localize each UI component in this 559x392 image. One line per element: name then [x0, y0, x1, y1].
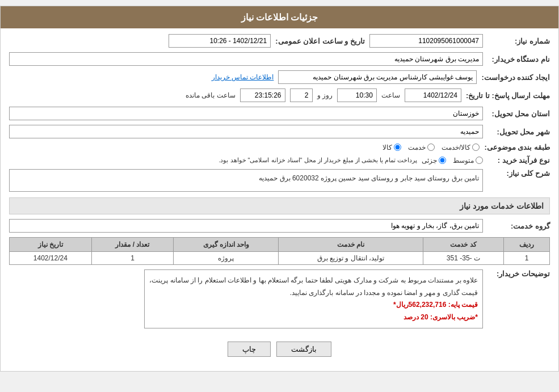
- category-radio-group: کالا/خدمت خدمت کالا: [383, 144, 480, 151]
- process-radio-jozii: جزئی: [422, 157, 446, 165]
- content-area: شماره نیاز: تاریخ و ساعت اعلان عمومی: نا…: [1, 28, 558, 371]
- col-header-code: کد خدمت: [423, 238, 504, 252]
- row-province: استان محل تحویل:: [9, 107, 550, 120]
- process-note: پرداخت تمام یا بخشی از مبلغ خریدار از مح…: [218, 157, 417, 164]
- need-number-input[interactable]: [369, 34, 483, 48]
- table-cell-name: تولید، انتقال و توزیع برق: [279, 252, 423, 265]
- description-box: تامین برق روستای سید جابر و روستای سید ح…: [9, 169, 483, 192]
- notes-box: علاوه بر مستندات مربوط به شرکت و مدارک ه…: [144, 269, 483, 328]
- service-table: ردیف کد خدمت نام خدمت واحد اندازه گیری ت…: [9, 237, 550, 265]
- notes-line4: *ضریب بالاسری: 20 درصد: [149, 311, 478, 324]
- buyer-notes-label: توضیحات خریدار:: [487, 269, 550, 278]
- col-header-name: نام خدمت: [279, 238, 423, 252]
- radio-jozii[interactable]: [439, 157, 446, 164]
- table-row: 1ت -35- 351تولید، انتقال و توزیع برقپروژ…: [10, 252, 550, 265]
- col-header-unit: واحد اندازه گیری: [174, 238, 279, 252]
- process-label: نوع فرآیند خرید :: [487, 156, 550, 165]
- table-cell-row: 1: [504, 252, 550, 265]
- notes-line1: علاوه بر مستندات مربوط به شرکت و مدارک ه…: [149, 275, 478, 287]
- deadline-day-input[interactable]: [290, 88, 313, 102]
- notes-line2-text: قیمت گذاری و مهر و امضا نموده و مجددا در…: [290, 289, 478, 297]
- row-creator: ایجاد کننده درخواست: اطلاعات تماس خریدار: [9, 70, 550, 84]
- category-label: طبقه بندی موضوعی:: [484, 143, 550, 151]
- page-wrapper: جزئیات اطلاعات نیاز شماره نیاز: تاریخ و …: [0, 6, 559, 372]
- deadline-time-label: ساعت: [381, 91, 400, 99]
- city-label: شهر محل تحویل:: [487, 128, 550, 136]
- radio-khedmat-label: خدمت: [408, 144, 426, 151]
- col-header-count: تعداد / مقدار: [91, 238, 174, 252]
- notes-line1-text: علاوه بر مستندات مربوط به شرکت و مدارک ه…: [149, 276, 478, 284]
- process-radio-motavasset: متوسط: [453, 157, 483, 165]
- row-category: طبقه بندی موضوعی: کالا/خدمت خدمت کالا: [9, 143, 550, 151]
- button-row: بازگشت چاپ: [9, 333, 550, 365]
- radio-kala-khedmat-label: کالا/خدمت: [442, 144, 470, 151]
- notes-line3: قیمت پایه: 562,232,716ریال*: [149, 299, 478, 311]
- category-radio-kala: کالا: [383, 144, 401, 151]
- radio-kala[interactable]: [394, 144, 401, 151]
- notes-line4-text: *ضریب بالاسری: 20 درصد: [404, 313, 478, 321]
- page-header: جزئیات اطلاعات نیاز: [1, 6, 558, 28]
- announce-date-label: تاریخ و ساعت اعلان عمومی:: [275, 37, 365, 45]
- category-radio-kala-khedmat: کالا/خدمت: [442, 144, 480, 151]
- radio-kala-label: کالا: [383, 144, 392, 151]
- province-label: استان محل تحویل:: [487, 109, 550, 118]
- radio-jozii-label: جزئی: [422, 157, 437, 165]
- row-service-group: گروه خدمت:: [9, 219, 550, 233]
- notes-line3-text: قیمت پایه: 562,232,716ریال*: [393, 301, 478, 309]
- creator-input[interactable]: [278, 70, 477, 84]
- row-city: شهر محل تحویل:: [9, 125, 550, 138]
- col-header-date: تاریخ نیاز: [10, 238, 92, 252]
- back-button[interactable]: بازگشت: [276, 342, 331, 357]
- page-title: جزئیات اطلاعات نیاز: [241, 12, 318, 22]
- category-radio-khedmat: خدمت: [408, 144, 435, 151]
- notes-line2: قیمت گذاری و مهر و امضا نموده و مجددا در…: [149, 287, 478, 300]
- service-group-input[interactable]: [9, 219, 483, 233]
- deadline-time-input[interactable]: [337, 88, 377, 102]
- row-deadline: مهلت ارسال پاسخ: تا تاریخ: ساعت روز و سا…: [9, 88, 550, 102]
- row-process: نوع فرآیند خرید : متوسط جزئی پرداخت تمام…: [9, 156, 550, 165]
- row-buyer-notes: توضیحات خریدار: علاوه بر مستندات مربوط ب…: [9, 269, 550, 328]
- description-label: شرح کلی نیاز:: [487, 169, 550, 178]
- deadline-day-label: روز و: [317, 91, 333, 99]
- city-input[interactable]: [9, 125, 483, 138]
- deadline-remaining-input[interactable]: [240, 88, 285, 102]
- deadline-remaining-label: ساعت باقی مانده: [186, 91, 236, 99]
- row-description: شرح کلی نیاز: تامین برق روستای سید جابر …: [9, 169, 550, 192]
- contact-link[interactable]: اطلاعات تماس خریدار: [212, 73, 274, 81]
- services-section-header: اطلاعات خدمات مورد نیاز: [9, 197, 550, 214]
- buyer-name-input[interactable]: [9, 52, 483, 66]
- row-buyer-name: نام دستگاه خریدار:: [9, 52, 550, 66]
- radio-motavasset-label: متوسط: [453, 157, 474, 165]
- deadline-label: مهلت ارسال پاسخ: تا تاریخ:: [466, 91, 550, 100]
- province-input[interactable]: [9, 107, 483, 120]
- table-cell-code: ت -35- 351: [423, 252, 504, 265]
- process-radio-group: متوسط جزئی: [422, 157, 483, 165]
- row-need-number: شماره نیاز: تاریخ و ساعت اعلان عمومی:: [9, 34, 550, 48]
- deadline-date-input[interactable]: [405, 88, 461, 102]
- radio-motavasset[interactable]: [476, 157, 483, 164]
- service-group-label: گروه خدمت:: [487, 222, 550, 230]
- table-cell-unit: پروژه: [174, 252, 279, 265]
- radio-kala-khedmat[interactable]: [472, 144, 480, 151]
- print-button[interactable]: چاپ: [228, 342, 271, 357]
- table-cell-date: 1402/12/24: [10, 252, 92, 265]
- radio-khedmat[interactable]: [427, 144, 435, 151]
- services-section-title: اطلاعات خدمات مورد نیاز: [460, 201, 544, 210]
- col-header-row: ردیف: [504, 238, 550, 252]
- table-cell-count: 1: [91, 252, 174, 265]
- buyer-name-label: نام دستگاه خریدار:: [487, 55, 550, 64]
- description-value: تامین برق روستای سید جابر و روستای سید ح…: [259, 174, 479, 182]
- need-number-label: شماره نیاز:: [487, 37, 550, 45]
- creator-label: ایجاد کننده درخواست:: [481, 73, 550, 82]
- announce-date-input[interactable]: [169, 34, 271, 48]
